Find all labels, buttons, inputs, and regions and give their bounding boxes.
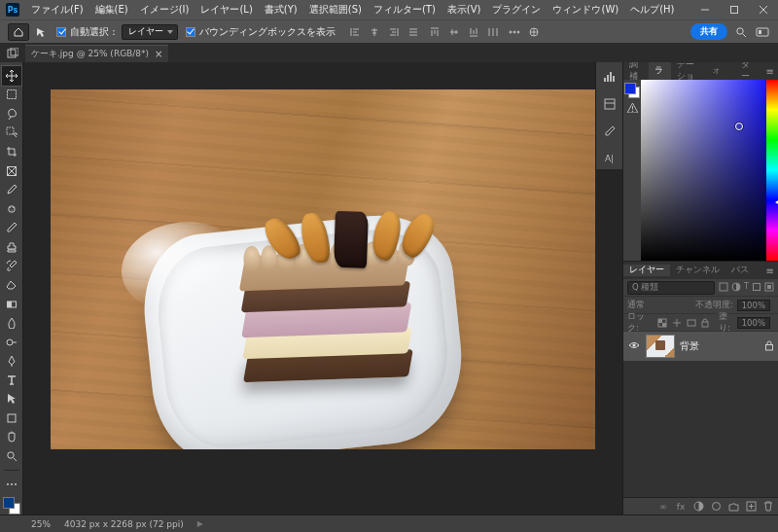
layer-thumbnail[interactable] [647, 336, 674, 357]
shape-tool[interactable] [2, 408, 21, 428]
align-right-icon[interactable] [386, 24, 402, 40]
frame-toggle-button[interactable] [4, 45, 21, 62]
zoom-tool[interactable] [2, 446, 21, 466]
menu-plugin[interactable]: プラグイン [488, 3, 545, 17]
maximize-button[interactable] [720, 0, 749, 19]
layer-visibility-icon[interactable] [627, 340, 641, 352]
menu-image[interactable]: イメージ(I) [136, 3, 194, 17]
show-bbox-checkbox[interactable] [186, 27, 195, 37]
dock-properties-icon[interactable] [601, 95, 619, 113]
crop-tool[interactable] [2, 142, 21, 161]
blend-mode-select[interactable]: 通常 [627, 299, 645, 311]
stamp-tool[interactable] [2, 237, 21, 257]
dodge-tool[interactable] [2, 333, 21, 352]
color-sv-cursor[interactable] [735, 123, 743, 130]
group-icon[interactable] [727, 501, 739, 513]
blur-tool[interactable] [2, 313, 21, 333]
layer-name[interactable]: 背景 [680, 339, 699, 353]
status-dimensions[interactable]: 4032 px x 2268 px (72 ppi) [64, 519, 184, 529]
dock-character-icon[interactable]: A| [601, 150, 619, 167]
layers-empty-area[interactable] [623, 361, 778, 497]
brush-tool[interactable] [2, 219, 21, 238]
color-panel-fgbg[interactable] [625, 84, 639, 97]
minimize-button[interactable] [690, 0, 720, 19]
align-justify-icon[interactable] [406, 24, 421, 40]
align-bottom-icon[interactable] [466, 24, 481, 40]
edit-toolbar-button[interactable] [2, 475, 21, 494]
search-icon[interactable] [733, 24, 749, 40]
distribute-h-icon[interactable] [485, 24, 501, 40]
tab-channels[interactable]: チャンネル [670, 265, 725, 276]
lock-all-icon[interactable] [700, 317, 711, 329]
trash-icon[interactable] [762, 501, 774, 513]
canvas-area[interactable]: A| [23, 62, 622, 514]
layers-panel-menu-icon[interactable]: ≡ [760, 266, 778, 276]
filter-adjust-icon[interactable] [731, 282, 741, 294]
history-brush-tool[interactable] [2, 257, 21, 276]
align-top-icon[interactable] [427, 24, 442, 40]
color-sv-field[interactable] [641, 80, 766, 261]
path-select-tool[interactable] [2, 390, 21, 409]
cloud-docs-icon[interactable] [755, 24, 770, 40]
share-button[interactable]: 共有 [690, 23, 727, 40]
gamut-warning-icon[interactable] [626, 103, 638, 113]
align-vcenter-icon[interactable] [446, 24, 462, 40]
menu-select[interactable]: 選択範囲(S) [305, 3, 366, 17]
mask-icon[interactable] [692, 501, 704, 513]
adjustment-layer-icon[interactable] [710, 501, 722, 513]
close-button[interactable] [749, 0, 778, 19]
layer-row-background[interactable]: 背景 [623, 332, 778, 361]
hand-tool[interactable] [2, 428, 21, 447]
tool-preset-button[interactable] [33, 23, 49, 41]
lock-pixels-icon[interactable] [657, 317, 668, 329]
opacity-value[interactable]: 100% [737, 300, 770, 311]
layer-lock-icon[interactable] [764, 340, 774, 353]
fx-icon[interactable]: fx [675, 501, 687, 513]
lasso-tool[interactable] [2, 104, 21, 124]
color-hue-strip[interactable] [766, 80, 778, 261]
menu-window[interactable]: ウィンドウ(W) [548, 3, 622, 17]
pen-tool[interactable] [2, 351, 21, 371]
layer-filter-input[interactable]: Q 種類 [627, 281, 715, 295]
auto-select-checkbox[interactable] [56, 27, 66, 37]
menu-layer[interactable]: レイヤー(L) [196, 3, 256, 17]
status-info-arrow-icon[interactable]: ▶ [197, 519, 203, 528]
new-layer-icon[interactable] [745, 501, 757, 513]
marquee-tool[interactable] [2, 86, 21, 105]
color-swatches[interactable] [3, 497, 20, 514]
auto-select-target[interactable]: レイヤー [122, 24, 178, 40]
heal-tool[interactable] [2, 199, 21, 219]
filter-smart-icon[interactable] [764, 282, 774, 294]
link-layers-icon[interactable]: ∞ [657, 501, 669, 513]
align-left-icon[interactable] [347, 24, 363, 40]
document-tab[interactable]: ケーキ.jpg @ 25% (RGB/8*) × [25, 45, 168, 62]
menu-type[interactable]: 書式(Y) [261, 3, 301, 17]
document-canvas[interactable] [51, 89, 595, 449]
color-panel-menu-icon[interactable]: ≡ [760, 66, 778, 77]
filter-shape-icon[interactable] [752, 282, 761, 294]
more-options-icon[interactable] [507, 24, 522, 40]
dock-brushes-icon[interactable] [601, 123, 619, 140]
menu-file[interactable]: ファイル(F) [27, 3, 88, 17]
quick-select-tool[interactable] [2, 124, 21, 143]
tab-paths[interactable]: パス [725, 265, 755, 276]
home-button[interactable] [8, 23, 29, 41]
frame-tool[interactable] [2, 161, 21, 181]
menu-filter[interactable]: フィルター(T) [370, 3, 440, 17]
filter-pixel-icon[interactable] [719, 282, 728, 294]
move-tool[interactable] [2, 66, 21, 86]
dock-histogram-icon[interactable] [601, 68, 619, 86]
eyedropper-tool[interactable] [2, 180, 21, 199]
gradient-tool[interactable] [2, 295, 21, 314]
foreground-color[interactable] [3, 497, 15, 509]
eraser-tool[interactable] [2, 275, 21, 295]
status-zoom[interactable]: 25% [31, 519, 51, 529]
align-hcenter-icon[interactable] [367, 24, 382, 40]
type-tool[interactable] [2, 371, 21, 390]
threed-mode-icon[interactable] [526, 24, 542, 40]
fill-value[interactable]: 100% [737, 317, 770, 329]
tab-close-icon[interactable]: × [149, 49, 162, 59]
tab-layers[interactable]: レイヤー [623, 265, 670, 276]
menu-edit[interactable]: 編集(E) [91, 3, 132, 17]
lock-position-icon[interactable] [672, 317, 683, 329]
